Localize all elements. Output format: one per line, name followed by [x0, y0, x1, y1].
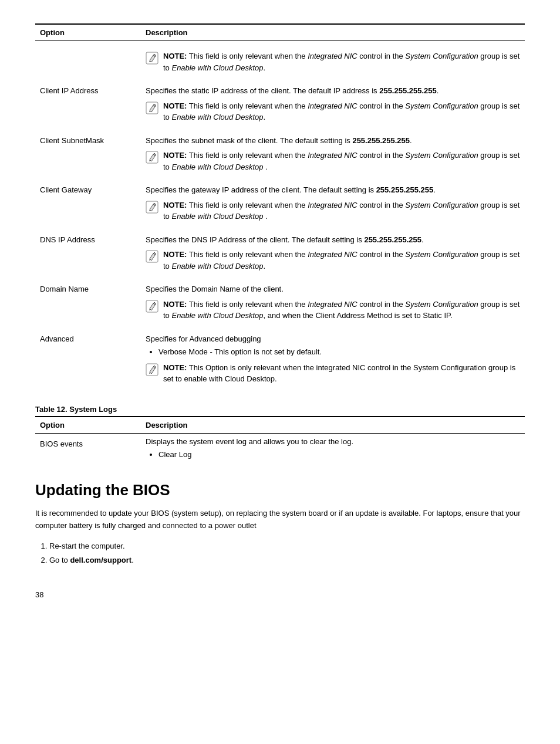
col2-option: Option — [35, 417, 141, 434]
note-block: NOTE: This field is only relevant when t… — [146, 299, 520, 322]
note-block: NOTE: This field is only relevant when t… — [146, 199, 520, 222]
step-2: Go to dell.com/support. — [49, 554, 525, 567]
table-row: AdvancedSpecifies for Advanced debugging… — [35, 327, 525, 391]
page-content: Option Description NOTE: This field is o… — [35, 23, 525, 599]
option-cell — [35, 41, 141, 80]
table-row: NOTE: This field is only relevant when t… — [35, 41, 525, 80]
note-icon — [146, 100, 158, 118]
bold-text: 255.255.255.255 — [376, 185, 434, 194]
option-cell: Client IP Address — [35, 79, 141, 129]
clear-log-item: Clear Log — [158, 449, 520, 461]
note-text: NOTE: This field is only relevant when t… — [163, 249, 520, 272]
option-cell: Domain Name — [35, 278, 141, 327]
bullet-list: Verbose Mode - This option is not set by… — [158, 346, 520, 359]
section-title: Updating the BIOS — [35, 481, 525, 499]
option-cell: Advanced — [35, 327, 141, 391]
note-icon — [146, 199, 158, 217]
table-row: Client GatewaySpecifies the gateway IP a… — [35, 178, 525, 228]
table-row: Client SubnetMaskSpecifies the subnet ma… — [35, 129, 525, 179]
note-text: NOTE: This field is only relevant when t… — [163, 199, 520, 222]
description-cell: NOTE: This field is only relevant when t… — [141, 41, 525, 80]
description-cell: Specifies the static IP address of the c… — [141, 79, 525, 129]
table-row: Domain NameSpecifies the Domain Name of … — [35, 278, 525, 327]
note-block: NOTE: This field is only relevant when t… — [146, 100, 520, 123]
bios-events-desc: Displays the system event log and allows… — [141, 433, 525, 464]
bold-text: 255.255.255.255 — [364, 235, 421, 244]
description-cell: Specifies the Domain Name of the client.… — [141, 278, 525, 327]
note-text: NOTE: This Option is only relevant when … — [163, 362, 520, 385]
option-cell: Client Gateway — [35, 178, 141, 228]
description-cell: Specifies for Advanced debuggingVerbose … — [141, 327, 525, 391]
note-block: NOTE: This field is only relevant when t… — [146, 50, 520, 73]
note-icon — [146, 299, 158, 316]
bios-events-option: BIOS events — [35, 433, 141, 464]
bold-text: 255.255.255.255 — [352, 136, 410, 145]
option-cell: Client SubnetMask — [35, 129, 141, 179]
col-option: Option — [35, 24, 141, 41]
step-1: Re-start the computer. — [49, 540, 525, 553]
note-text: NOTE: This field is only relevant when t… — [163, 100, 520, 123]
note-icon — [146, 249, 158, 266]
note-block: NOTE: This field is only relevant when t… — [146, 249, 520, 272]
description-cell: Specifies the gateway IP address of the … — [141, 178, 525, 228]
dell-link: dell.com/support — [70, 556, 131, 564]
table-row: Client IP AddressSpecifies the static IP… — [35, 79, 525, 129]
list-item: Verbose Mode - This option is not set by… — [158, 346, 520, 359]
option-cell: DNS IP Address — [35, 228, 141, 278]
bold-text: 255.255.255.255 — [379, 86, 437, 95]
note-icon — [146, 150, 158, 167]
section-description: It is recommended to update your BIOS (s… — [35, 508, 525, 532]
note-icon — [146, 50, 158, 68]
main-table: Option Description NOTE: This field is o… — [35, 23, 525, 391]
page-number: 38 — [35, 590, 525, 599]
note-text: NOTE: This field is only relevant when t… — [163, 299, 520, 322]
description-cell: Specifies the subnet mask of the client.… — [141, 129, 525, 179]
table-row: DNS IP AddressSpecifies the DNS IP Addre… — [35, 228, 525, 278]
description-cell: Specifies the DNS IP Address of the clie… — [141, 228, 525, 278]
bios-desc-main: Displays the system event log and allows… — [146, 437, 353, 446]
note-block: NOTE: This Option is only relevant when … — [146, 362, 520, 385]
col2-description: Description — [141, 417, 525, 434]
table2-title: Table 12. System Logs — [35, 405, 525, 414]
col-description: Description — [141, 24, 525, 41]
steps-list: Re-start the computer. Go to dell.com/su… — [49, 540, 525, 567]
note-text: NOTE: This field is only relevant when t… — [163, 150, 520, 173]
note-text: NOTE: This field is only relevant when t… — [163, 50, 520, 73]
note-icon — [146, 362, 158, 380]
system-logs-table: Option Description BIOS events Displays … — [35, 416, 525, 464]
note-block: NOTE: This field is only relevant when t… — [146, 150, 520, 173]
table-row: BIOS events Displays the system event lo… — [35, 433, 525, 464]
